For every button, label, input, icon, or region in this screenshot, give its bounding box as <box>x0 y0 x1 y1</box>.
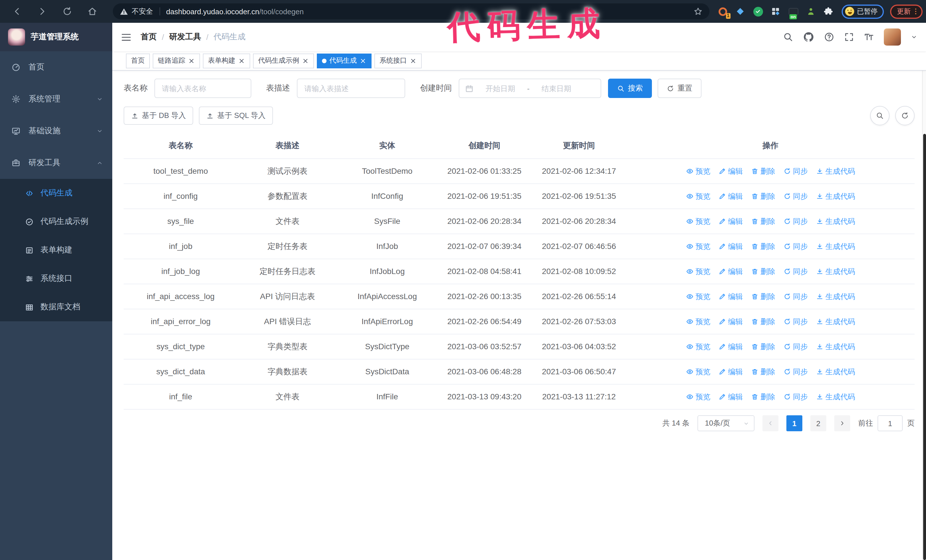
extension-check-icon[interactable] <box>752 5 764 18</box>
sidebar-item-system[interactable]: 系统管理 <box>0 83 112 115</box>
caret-down-icon[interactable] <box>911 33 917 41</box>
browser-forward-icon[interactable] <box>37 6 47 17</box>
browser-update-button[interactable]: 更新 <box>890 4 923 18</box>
page-button-2[interactable]: 2 <box>810 415 826 431</box>
preview-link[interactable]: 预览 <box>686 341 710 353</box>
search-button[interactable]: 搜索 <box>608 78 652 98</box>
browser-home-icon[interactable] <box>87 6 97 17</box>
profile-paused-chip[interactable]: 已暂停 <box>842 4 884 18</box>
sync-link[interactable]: 同步 <box>783 215 808 227</box>
refresh-table-button[interactable] <box>895 106 915 125</box>
sidebar-toggle-icon[interactable] <box>121 32 132 42</box>
sync-link[interactable]: 同步 <box>783 291 808 302</box>
generate-code-link[interactable]: 生成代码 <box>816 366 855 378</box>
extensions-puzzle-icon[interactable] <box>822 5 835 18</box>
import-sql-button[interactable]: 基于 SQL 导入 <box>199 107 273 125</box>
delete-link[interactable]: 删除 <box>751 315 775 328</box>
generate-code-link[interactable]: 生成代码 <box>816 190 855 202</box>
close-icon[interactable] <box>410 57 416 64</box>
edit-link[interactable]: 编辑 <box>718 215 743 227</box>
import-db-button[interactable]: 基于 DB 导入 <box>124 107 194 125</box>
edit-link[interactable]: 编辑 <box>718 341 743 353</box>
preview-link[interactable]: 预览 <box>686 240 710 252</box>
sidebar-item-devtools[interactable]: 研发工具 <box>0 147 112 179</box>
reset-button[interactable]: 重置 <box>658 78 702 98</box>
table-desc-input[interactable] <box>297 78 405 98</box>
breadcrumb-home[interactable]: 首页 <box>141 32 157 42</box>
generate-code-link[interactable]: 生成代码 <box>816 165 855 177</box>
sync-link[interactable]: 同步 <box>783 315 808 328</box>
delete-link[interactable]: 删除 <box>751 291 775 302</box>
browser-back-icon[interactable] <box>12 6 22 17</box>
page-size-select[interactable]: 10条/页 <box>698 415 755 431</box>
sidebar-item-codegen[interactable]: 代码生成 <box>0 179 112 207</box>
generate-code-link[interactable]: 生成代码 <box>816 215 855 227</box>
generate-code-link[interactable]: 生成代码 <box>816 341 855 353</box>
start-date-input[interactable] <box>476 84 525 92</box>
preview-link[interactable]: 预览 <box>686 215 710 227</box>
close-icon[interactable] <box>360 57 366 64</box>
help-icon[interactable] <box>824 32 834 42</box>
tab-system-api[interactable]: 系统接口 <box>374 53 422 68</box>
breadcrumb-devtools[interactable]: 研发工具 <box>169 32 201 42</box>
scrollbar-thumb[interactable] <box>923 134 926 560</box>
fullscreen-icon[interactable] <box>844 32 854 42</box>
delete-link[interactable]: 删除 <box>751 266 775 278</box>
not-secure-label[interactable]: 不安全 <box>132 6 153 16</box>
preview-link[interactable]: 预览 <box>686 165 710 177</box>
browser-reload-icon[interactable] <box>62 6 73 17</box>
sync-link[interactable]: 同步 <box>783 391 808 403</box>
sidebar-item-db-doc[interactable]: 数据库文档 <box>0 293 112 321</box>
kebab-menu-icon[interactable] <box>912 8 920 15</box>
close-icon[interactable] <box>238 57 245 64</box>
sync-link[interactable]: 同步 <box>783 190 808 202</box>
toggle-search-button[interactable] <box>870 106 890 125</box>
font-size-icon[interactable] <box>864 32 874 42</box>
extension-gem-icon[interactable] <box>734 5 746 18</box>
tab-codegen[interactable]: 代码生成 <box>317 53 372 68</box>
delete-link[interactable]: 删除 <box>751 240 775 252</box>
close-icon[interactable] <box>188 57 195 64</box>
sync-link[interactable]: 同步 <box>783 240 808 252</box>
tab-home[interactable]: 首页 <box>126 53 150 68</box>
generate-code-link[interactable]: 生成代码 <box>816 240 855 252</box>
generate-code-link[interactable]: 生成代码 <box>816 315 855 328</box>
edit-link[interactable]: 编辑 <box>718 315 743 328</box>
preview-link[interactable]: 预览 <box>686 391 710 403</box>
tab-trace[interactable]: 链路追踪 <box>153 53 200 68</box>
github-icon[interactable] <box>803 31 814 43</box>
edit-link[interactable]: 编辑 <box>718 165 743 177</box>
user-avatar[interactable] <box>884 29 901 45</box>
extension-bot-icon[interactable] <box>805 5 817 18</box>
edit-link[interactable]: 编辑 <box>718 240 743 252</box>
date-range-picker[interactable]: - <box>459 78 601 98</box>
sync-link[interactable]: 同步 <box>783 165 808 177</box>
generate-code-link[interactable]: 生成代码 <box>816 291 855 302</box>
edit-link[interactable]: 编辑 <box>718 291 743 302</box>
preview-link[interactable]: 预览 <box>686 291 710 302</box>
search-icon[interactable] <box>783 32 793 42</box>
preview-link[interactable]: 预览 <box>686 190 710 202</box>
generate-code-link[interactable]: 生成代码 <box>816 266 855 278</box>
delete-link[interactable]: 删除 <box>751 341 775 353</box>
close-icon[interactable] <box>302 57 309 64</box>
table-name-input[interactable] <box>154 78 251 98</box>
preview-link[interactable]: 预览 <box>686 366 710 378</box>
bookmark-star-icon[interactable] <box>693 7 703 16</box>
address-bar[interactable]: 不安全 dashboard.yudao.iocoder.cn /tool/cod… <box>113 3 710 20</box>
delete-link[interactable]: 删除 <box>751 215 775 227</box>
edit-link[interactable]: 编辑 <box>718 391 743 403</box>
sidebar-item-infra[interactable]: 基础设施 <box>0 115 112 147</box>
extension-switch-icon[interactable]: on <box>787 5 799 18</box>
goto-page-input[interactable] <box>878 415 903 431</box>
edit-link[interactable]: 编辑 <box>718 266 743 278</box>
delete-link[interactable]: 删除 <box>751 165 775 177</box>
page-button-1[interactable]: 1 <box>787 415 802 431</box>
delete-link[interactable]: 删除 <box>751 366 775 378</box>
edit-link[interactable]: 编辑 <box>718 190 743 202</box>
sidebar-item-codegen-example[interactable]: 代码生成示例 <box>0 207 112 236</box>
tab-form-builder[interactable]: 表单构建 <box>203 53 250 68</box>
tab-codegen-example[interactable]: 代码生成示例 <box>253 53 314 68</box>
prev-page-button[interactable] <box>763 415 778 431</box>
sync-link[interactable]: 同步 <box>783 341 808 353</box>
